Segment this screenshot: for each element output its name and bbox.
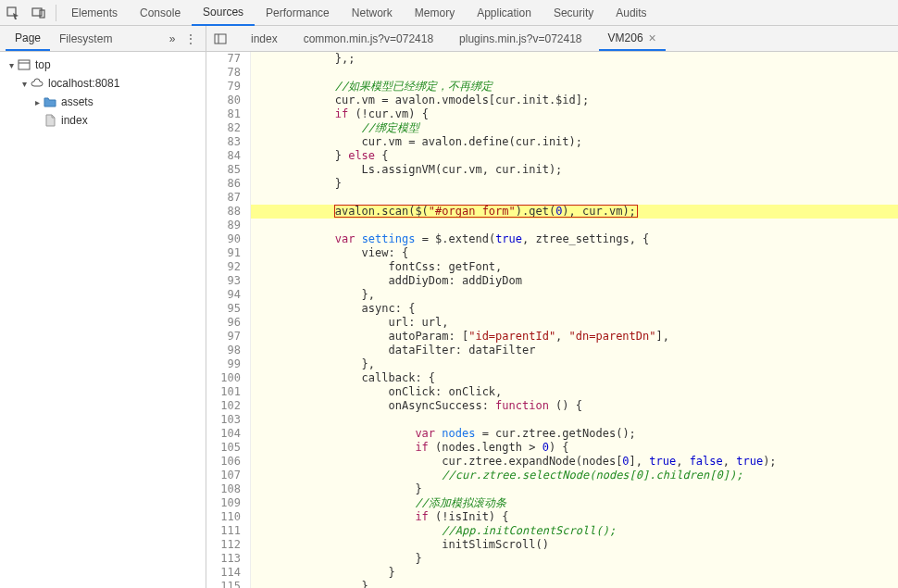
code-line[interactable]: } [251, 177, 898, 191]
main-tab-application[interactable]: Application [466, 0, 543, 26]
main-tab-network[interactable]: Network [341, 0, 404, 26]
line-number[interactable]: 82 [206, 121, 241, 135]
line-number[interactable]: 96 [206, 316, 241, 330]
code-line[interactable]: Ls.assignVM(cur.vm, cur.init); [251, 163, 898, 177]
main-tab-elements[interactable]: Elements [60, 0, 129, 26]
line-number[interactable]: 94 [206, 288, 241, 302]
inspect-icon[interactable] [0, 0, 26, 26]
code-line[interactable]: if (!cur.vm) { [251, 107, 898, 121]
code-content[interactable]: },; //如果模型已经绑定，不再绑定 cur.vm = avalon.vmod… [251, 52, 898, 588]
main-tab-audits[interactable]: Audits [605, 0, 657, 26]
navigator-tab-page[interactable]: Page [6, 27, 50, 51]
line-number[interactable]: 88 [206, 205, 241, 219]
overflow-expand-icon[interactable]: » [163, 32, 181, 45]
sidebar-toggle-icon[interactable] [210, 29, 231, 49]
code-line[interactable]: },; [251, 52, 898, 66]
line-number[interactable]: 111 [206, 524, 241, 538]
line-number[interactable]: 97 [206, 330, 241, 344]
code-line[interactable]: cur.ztree.expandNode(nodes[0], true, fal… [251, 455, 898, 469]
line-number[interactable]: 81 [206, 107, 241, 121]
code-line[interactable]: //如果模型已经绑定，不再绑定 [251, 80, 898, 94]
code-line[interactable]: view: { [251, 246, 898, 260]
code-line[interactable]: }, [251, 288, 898, 302]
line-number[interactable]: 93 [206, 274, 241, 288]
code-line[interactable]: onAsyncSuccess: function () { [251, 399, 898, 413]
file-tab-plugins-min-js-v-072418[interactable]: plugins.min.js?v=072418 [450, 27, 591, 51]
code-line[interactable]: }, [251, 357, 898, 371]
line-number[interactable]: 87 [206, 191, 241, 205]
tree-item-assets[interactable]: ▸assets [0, 93, 206, 111]
main-tab-memory[interactable]: Memory [404, 0, 466, 26]
line-number[interactable]: 92 [206, 260, 241, 274]
line-number[interactable]: 83 [206, 135, 241, 149]
tree-item-localhost-8081[interactable]: ▾localhost:8081 [0, 74, 206, 93]
line-number[interactable]: 109 [206, 496, 241, 510]
code-line[interactable]: dataFilter: dataFilter [251, 344, 898, 357]
main-tab-security[interactable]: Security [543, 0, 605, 26]
code-line[interactable]: var nodes = cur.ztree.getNodes(); [251, 427, 898, 441]
device-toggle-icon[interactable] [26, 0, 52, 26]
main-tab-console[interactable]: Console [129, 0, 192, 26]
tree-twisty-icon[interactable]: ▾ [6, 60, 17, 70]
line-number[interactable]: 103 [206, 413, 241, 427]
code-line[interactable]: autoParam: ["id=parentId", "dn=parentDn"… [251, 330, 898, 344]
code-line[interactable]: if (nodes.length > 0) { [251, 441, 898, 455]
line-number[interactable]: 84 [206, 149, 241, 163]
code-editor[interactable]: 7778798081828384858687888990919293949596… [206, 52, 898, 588]
code-line[interactable]: url: url, [251, 316, 898, 330]
line-number[interactable]: 100 [206, 371, 241, 385]
line-number[interactable]: 107 [206, 469, 241, 482]
code-line[interactable]: addDiyDom: addDiyDom [251, 274, 898, 288]
code-line[interactable] [251, 413, 898, 427]
main-tab-performance[interactable]: Performance [255, 0, 341, 26]
line-number[interactable]: 85 [206, 163, 241, 177]
tree-item-index[interactable]: index [0, 111, 206, 130]
line-number[interactable]: 91 [206, 246, 241, 260]
line-number[interactable]: 114 [206, 566, 241, 580]
line-number[interactable]: 78 [206, 66, 241, 80]
code-line[interactable]: //App.initContentScroll(); [251, 524, 898, 538]
code-line[interactable]: //绑定模型 [251, 121, 898, 135]
line-number[interactable]: 112 [206, 538, 241, 552]
code-line[interactable] [251, 191, 898, 205]
line-number[interactable]: 89 [206, 219, 241, 232]
navigator-menu-icon[interactable]: ⋮ [181, 32, 200, 45]
code-line[interactable]: initSlimScroll() [251, 538, 898, 552]
code-line[interactable]: } [251, 566, 898, 580]
code-line[interactable]: //cur.ztree.selectNode(nodes[0].children… [251, 469, 898, 482]
main-tab-sources[interactable]: Sources [192, 0, 255, 26]
code-line[interactable]: var settings = $.extend(true, ztree_sett… [251, 232, 898, 246]
code-line[interactable]: } [251, 552, 898, 566]
code-line[interactable] [251, 219, 898, 232]
file-tab-vm206[interactable]: VM206× [599, 27, 666, 51]
line-number[interactable]: 101 [206, 385, 241, 399]
line-number[interactable]: 105 [206, 441, 241, 455]
navigator-tab-filesystem[interactable]: Filesystem [50, 27, 121, 51]
line-number[interactable]: 77 [206, 52, 241, 66]
tree-twisty-icon[interactable]: ▸ [31, 97, 43, 107]
code-line[interactable]: } else { [251, 149, 898, 163]
code-line[interactable]: callback: { [251, 371, 898, 385]
line-number[interactable]: 115 [206, 580, 241, 588]
code-line[interactable]: if (!isInit) { [251, 510, 898, 524]
code-line[interactable]: cur.vm = avalon.vmodels[cur.init.$id]; [251, 94, 898, 107]
code-line[interactable]: fontCss: getFont, [251, 260, 898, 274]
line-number[interactable]: 99 [206, 357, 241, 371]
code-line[interactable]: cur.vm = avalon.define(cur.init); [251, 135, 898, 149]
code-line[interactable]: } [251, 580, 898, 588]
code-line[interactable] [251, 66, 898, 80]
line-number[interactable]: 79 [206, 80, 241, 94]
file-tab-index[interactable]: index [242, 27, 287, 51]
file-tab-common-min-js-v-072418[interactable]: common.min.js?v=072418 [294, 27, 443, 51]
code-line[interactable]: //添加模拟滚动条 [251, 496, 898, 510]
line-number[interactable]: 98 [206, 344, 241, 357]
code-line[interactable]: avalon.scan($("#organ_form").get(0), cur… [251, 205, 898, 219]
line-number[interactable]: 86 [206, 177, 241, 191]
line-number[interactable]: 80 [206, 94, 241, 107]
line-number[interactable]: 110 [206, 510, 241, 524]
line-number[interactable]: 95 [206, 302, 241, 316]
line-number[interactable]: 102 [206, 399, 241, 413]
tree-twisty-icon[interactable]: ▾ [19, 79, 30, 89]
line-number[interactable]: 104 [206, 427, 241, 441]
code-line[interactable]: } [251, 482, 898, 496]
